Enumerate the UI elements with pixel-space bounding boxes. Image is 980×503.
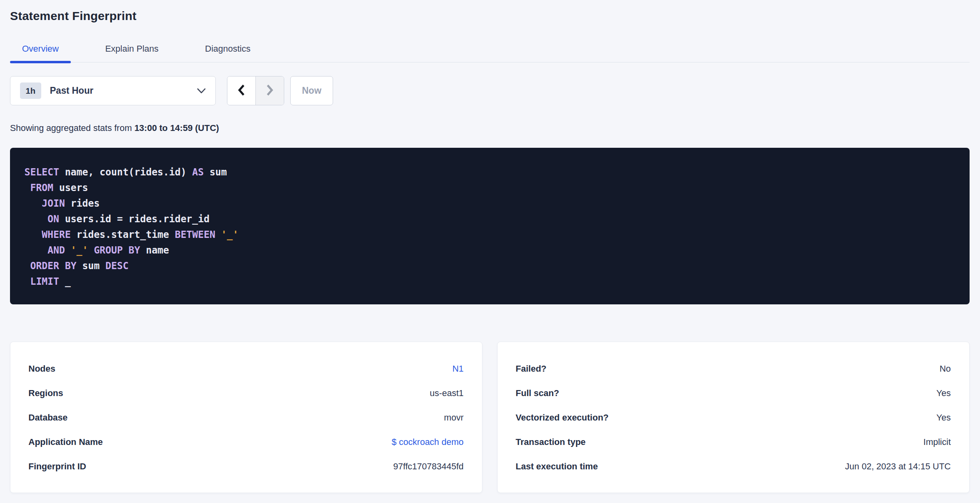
statement-details-card: NodesN1Regionsus-east1DatabasemovrApplic… <box>10 342 482 493</box>
statement-fingerprint-page: Statement Fingerprint Overview Explain P… <box>0 0 980 503</box>
sql-token-kw: GROUP BY <box>94 245 140 256</box>
sql-token-id <box>215 229 221 240</box>
aggregated-stats-text: Showing aggregated stats from 13:00 to 1… <box>10 123 970 133</box>
fingerprint-id-value: 97ffc170783445fd <box>393 461 464 472</box>
sql-token-id <box>24 198 42 209</box>
regions-value: us-east1 <box>430 388 464 398</box>
page-title: Statement Fingerprint <box>10 9 970 23</box>
tab-bar: Overview Explain Plans Diagnostics <box>10 38 970 62</box>
card-row-regions: Regionsus-east1 <box>28 381 464 405</box>
sql-token-str: '_' <box>71 245 88 256</box>
last-execution-time-value: Jun 02, 2023 at 14:15 UTC <box>845 461 951 472</box>
chevron-down-icon <box>197 88 206 94</box>
sql-token-kw: JOIN <box>42 198 65 209</box>
sql-token-id: rides <box>65 198 100 209</box>
previous-interval-button[interactable] <box>227 76 255 105</box>
sql-line: WHERE rides.start_time BETWEEN '_' <box>24 227 955 243</box>
transaction-type-label: Transaction type <box>516 437 586 447</box>
chevron-left-icon <box>238 84 245 97</box>
sql-token-kw: SELECT <box>24 167 59 178</box>
sql-token-kw: WHERE <box>42 229 70 240</box>
card-row-fingerprint-id: Fingerprint ID97ffc170783445fd <box>28 454 464 479</box>
card-row-transaction-type: Transaction typeImplicit <box>516 430 951 454</box>
execution-attributes-card: Failed?NoFull scan?YesVectorized executi… <box>497 342 970 493</box>
card-row-full-scan: Full scan?Yes <box>516 381 951 405</box>
vectorized-execution-value: Yes <box>936 412 951 423</box>
sql-token-kw: BETWEEN <box>175 229 215 240</box>
sql-statement-box: SELECT name, count(rides.id) AS sum FROM… <box>10 148 970 304</box>
sql-token-id: users <box>53 182 88 193</box>
card-row-last-execution-time: Last execution timeJun 02, 2023 at 14:15… <box>516 454 951 479</box>
sql-line: JOIN rides <box>24 196 955 211</box>
card-row-vectorized-execution: Vectorized execution?Yes <box>516 405 951 430</box>
sql-token-str: '_' <box>221 229 238 240</box>
sql-token-id <box>24 245 48 256</box>
fingerprint-id-label: Fingerprint ID <box>28 461 86 472</box>
sql-token-id <box>24 213 48 225</box>
sql-token-id: sum <box>204 167 227 178</box>
application-name-label: Application Name <box>28 437 103 447</box>
sql-token-kw: AND <box>48 245 65 256</box>
sql-token-id: users.id = rides.rider_id <box>59 213 210 225</box>
sql-token-id: sum <box>76 260 105 272</box>
sql-token-id <box>24 260 30 272</box>
chevron-right-icon <box>266 84 273 97</box>
sql-token-id <box>88 245 94 256</box>
sql-token-id <box>24 276 30 287</box>
time-interval-badge: 1h <box>20 82 41 99</box>
database-label: Database <box>28 412 68 423</box>
sql-line: ON users.id = rides.rider_id <box>24 211 955 227</box>
card-row-application-name: Application Name$ cockroach demo <box>28 430 464 454</box>
vectorized-execution-label: Vectorized execution? <box>516 412 608 423</box>
tab-diagnostics[interactable]: Diagnostics <box>193 38 263 62</box>
full-scan-value: Yes <box>936 388 951 398</box>
sql-token-kw: LIMIT <box>30 276 59 287</box>
card-row-nodes: NodesN1 <box>28 356 464 381</box>
sql-line: AND '_' GROUP BY name <box>24 243 955 258</box>
full-scan-label: Full scan? <box>516 388 559 398</box>
tab-overview[interactable]: Overview <box>10 38 71 62</box>
sql-token-kw: AS <box>192 167 204 178</box>
transaction-type-value: Implicit <box>924 437 951 447</box>
last-execution-time-label: Last execution time <box>516 461 598 472</box>
sql-token-kw: ORDER BY <box>30 260 76 272</box>
now-button[interactable]: Now <box>290 76 333 105</box>
sql-token-id <box>24 182 30 193</box>
sql-line: FROM users <box>24 180 955 196</box>
time-range-stepper <box>227 76 284 105</box>
failed-label: Failed? <box>516 364 546 374</box>
sql-line: ORDER BY sum DESC <box>24 258 955 274</box>
nodes-label: Nodes <box>28 364 55 374</box>
application-name-link[interactable]: $ cockroach demo <box>392 437 464 447</box>
sql-token-kw: FROM <box>30 182 53 193</box>
sql-token-id: name, count(rides.id) <box>59 167 192 178</box>
aggregated-stats-prefix: Showing aggregated stats from <box>10 123 135 133</box>
aggregated-stats-range: 13:00 to 14:59 (UTC) <box>135 123 219 133</box>
sql-token-id: name <box>140 245 169 256</box>
sql-token-id: _ <box>59 276 71 287</box>
sql-token-id: rides.start_time <box>71 229 175 240</box>
time-controls: 1h Past Hour Now <box>10 76 970 105</box>
card-row-database: Databasemovr <box>28 405 464 430</box>
time-interval-label: Past Hour <box>50 85 197 96</box>
sql-token-kw: ON <box>48 213 59 225</box>
sql-line: LIMIT _ <box>24 274 955 290</box>
summary-cards: NodesN1Regionsus-east1DatabasemovrApplic… <box>10 342 970 493</box>
card-row-failed: Failed?No <box>516 356 951 381</box>
database-value: movr <box>444 412 464 423</box>
regions-label: Regions <box>28 388 63 398</box>
sql-token-id <box>65 245 70 256</box>
nodes-link[interactable]: N1 <box>452 364 464 374</box>
failed-value: No <box>940 364 951 374</box>
time-interval-dropdown[interactable]: 1h Past Hour <box>10 76 216 105</box>
sql-token-kw: DESC <box>105 260 129 272</box>
tab-explain-plans[interactable]: Explain Plans <box>93 38 171 62</box>
sql-line: SELECT name, count(rides.id) AS sum <box>24 165 955 180</box>
sql-token-id <box>24 229 42 240</box>
next-interval-button[interactable] <box>255 76 284 105</box>
